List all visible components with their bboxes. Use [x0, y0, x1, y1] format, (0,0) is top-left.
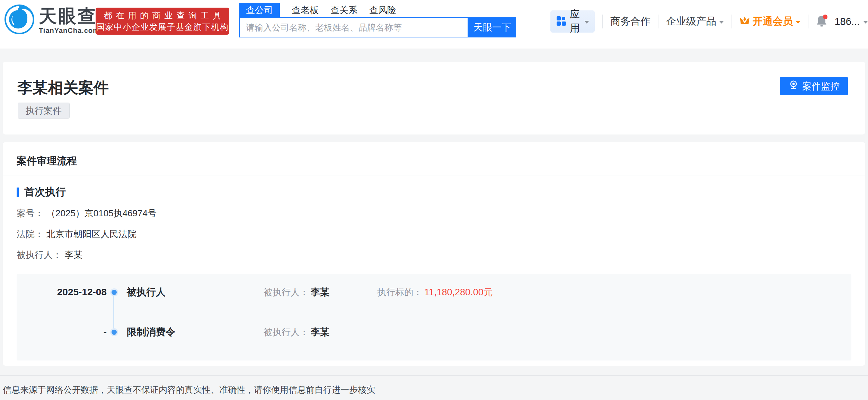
timeline-person-pair: 被执行人： 李某	[264, 286, 377, 298]
timeline-person-value: 李某	[311, 326, 329, 338]
promo-banner: 都在用的商业查询工具 国家中小企业发展子基金旗下机构	[96, 8, 229, 35]
timeline-dot-cell	[107, 330, 121, 335]
case-monitor-button[interactable]: 案件监控	[780, 77, 848, 95]
search-tab-relation[interactable]: 查关系	[330, 3, 357, 17]
timeline-row-consumption-restriction: - 限制消费令 被执行人： 李某	[17, 311, 851, 354]
section-title: 案件审理流程	[17, 154, 77, 168]
monitor-camera-icon	[788, 80, 799, 93]
timeline-date: 2025-12-08	[17, 287, 107, 298]
apps-menu[interactable]: 应用	[550, 10, 595, 33]
timeline-person-pair: 被执行人： 李某	[264, 326, 377, 338]
header-nav: 应用 商务合作 企业级产品 开通会员	[550, 10, 868, 33]
timeline-title: 被执行人	[121, 286, 264, 299]
stage-header: 首次执行	[17, 185, 66, 199]
search-input[interactable]	[240, 18, 468, 37]
stage-accent-bar	[17, 188, 19, 197]
footer-disclaimer: 信息来源于网络公开数据，天眼查不保证内容的真实性、准确性，请你使用信息前自行进一…	[3, 384, 375, 395]
nav-divider	[732, 15, 732, 28]
field-value: （2025）京0105执46974号	[46, 207, 157, 219]
search-tab-risk[interactable]: 查风险	[369, 3, 396, 17]
promo-line2: 国家中小企业发展子基金旗下机构	[96, 21, 229, 33]
search-tab-company[interactable]: 查公司	[239, 3, 280, 17]
chevron-down-icon	[719, 21, 724, 24]
crown-icon	[739, 16, 750, 28]
field-value: 北京市朝阳区人民法院	[46, 228, 136, 240]
top-header: 天眼查 TianYanCha.com 都在用的商业查询工具 国家中小企业发展子基…	[0, 0, 868, 49]
logo-domain-text: TianYanCha.com	[39, 27, 99, 35]
chevron-down-icon	[796, 21, 800, 24]
timeline-target-label: 执行标的：	[377, 286, 422, 298]
tianyancha-logo[interactable]: 天眼查 TianYanCha.com	[4, 4, 99, 36]
logo-brand-text: 天眼查	[39, 6, 99, 26]
chevron-down-icon	[584, 21, 589, 24]
user-phone-label: 186...	[834, 16, 860, 27]
timeline-person-label: 被执行人：	[264, 326, 309, 338]
timeline-dot-icon	[112, 330, 117, 335]
apps-grid-icon	[556, 16, 566, 27]
user-account-menu[interactable]: 186...	[834, 16, 868, 27]
timeline-dot-cell	[107, 290, 121, 295]
field-executee: 被执行人： 李某	[17, 249, 157, 270]
search-tabs: 查公司 查老板 查关系 查风险	[239, 3, 516, 17]
promo-line1: 都在用的商业查询工具	[104, 10, 225, 21]
notification-bell[interactable]	[816, 14, 827, 29]
timeline-box: 2025-12-08 被执行人 被执行人： 李某 执行标的： 11,180,28…	[17, 274, 851, 360]
timeline-target-pair: 执行标的： 11,180,280.00元	[377, 286, 493, 298]
field-label: 被执行人：	[17, 249, 62, 261]
nav-business-cooperation[interactable]: 商务合作	[610, 15, 650, 28]
timeline-person-label: 被执行人：	[264, 286, 309, 298]
footer-divider	[0, 375, 868, 376]
stage-title: 首次执行	[24, 185, 66, 199]
search-input-wrap	[239, 17, 468, 37]
page-title: 李某相关案件	[17, 78, 109, 98]
field-court: 法院： 北京市朝阳区人民法院	[17, 228, 157, 249]
chevron-down-icon	[863, 21, 868, 24]
timeline-title: 限制消费令	[121, 325, 264, 339]
nav-divider	[658, 15, 658, 28]
search-button[interactable]: 天眼一下	[468, 17, 516, 37]
case-type-tag[interactable]: 执行案件	[18, 103, 70, 119]
timeline-date: -	[17, 327, 107, 338]
case-fields: 案号： （2025）京0105执46974号 法院： 北京市朝阳区人民法院 被执…	[17, 207, 157, 270]
timeline-person-value: 李某	[311, 286, 329, 298]
case-process-card: 案件审理流程 首次执行 案号： （2025）京0105执46974号 法院： 北…	[3, 142, 865, 366]
field-label: 案号：	[17, 207, 44, 219]
timeline-row-executee: 2025-12-08 被执行人 被执行人： 李某 执行标的： 11,180,28…	[17, 274, 851, 311]
section-divider	[3, 175, 865, 175]
timeline-target-amount: 11,180,280.00元	[424, 286, 493, 298]
vip-label: 开通会员	[753, 15, 793, 28]
field-value: 李某	[64, 249, 82, 261]
search-area: 查公司 查老板 查关系 查风险 天眼一下	[239, 3, 516, 37]
timeline-dot-icon	[112, 290, 117, 295]
apps-label: 应用	[570, 8, 581, 35]
nav-divider	[808, 15, 808, 28]
nav-divider	[602, 15, 603, 28]
field-case-number: 案号： （2025）京0105执46974号	[17, 207, 157, 228]
field-label: 法院：	[17, 228, 44, 240]
nav-open-vip[interactable]: 开通会员	[739, 15, 800, 28]
search-tab-boss[interactable]: 查老板	[292, 3, 319, 17]
enterprise-label: 企业级产品	[666, 15, 716, 28]
case-title-card: 李某相关案件 执行案件 案件监控	[3, 62, 865, 134]
bell-icon	[816, 14, 827, 29]
case-monitor-label: 案件监控	[802, 80, 840, 93]
tianyancha-logo-icon	[4, 4, 35, 36]
nav-enterprise-products[interactable]: 企业级产品	[666, 15, 724, 28]
